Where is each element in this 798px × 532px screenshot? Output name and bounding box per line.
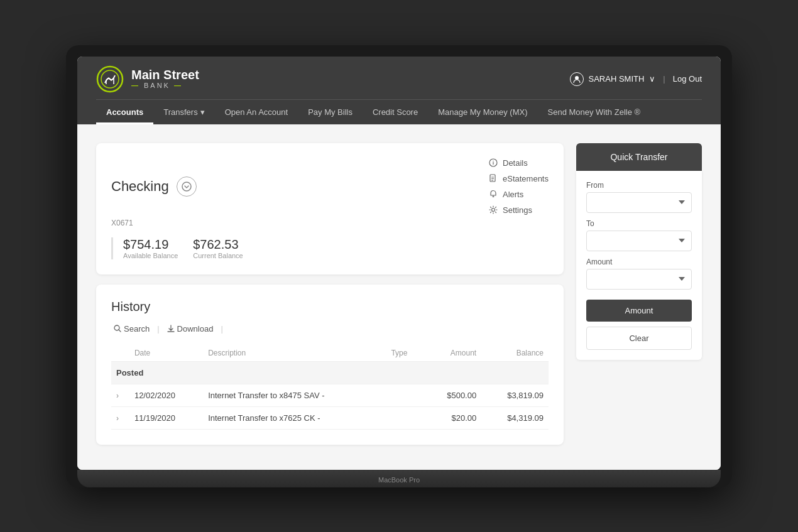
table-row: › 12/02/2020 Internet Transfer to x8475 … (111, 384, 549, 406)
nav-item-accounts[interactable]: Accounts (96, 100, 153, 124)
laptop-brand-label: MacBook Pro (378, 476, 420, 484)
logo-area: Main Street — BANK — (96, 65, 199, 93)
amount-select[interactable] (586, 269, 692, 290)
settings-link[interactable]: Settings (489, 205, 532, 215)
svg-point-6 (493, 161, 493, 161)
svg-line-14 (119, 330, 121, 332)
quick-transfer-panel: Quick Transfer From To Amount Amount (576, 143, 702, 445)
circle-info-icon (489, 158, 498, 167)
history-title: History (111, 300, 549, 314)
posted-section-header: Posted (111, 361, 549, 384)
account-id: X0671 (111, 219, 549, 227)
user-area: SARAH SMITH ∨ | Log Out (570, 72, 702, 86)
details-link[interactable]: Details (489, 158, 528, 168)
from-label: From (586, 181, 692, 190)
logout-button[interactable]: Log Out (673, 74, 702, 84)
row-expand-1[interactable]: › (116, 391, 119, 400)
left-panel: Checking (96, 143, 564, 445)
logo-text: Main Street — BANK — (131, 68, 199, 89)
nav-item-transfers[interactable]: Transfers ▾ (153, 100, 214, 124)
svg-point-3 (182, 182, 191, 191)
balances: $754.19 Available Balance $762.53 Curren… (111, 237, 243, 259)
download-icon (167, 325, 175, 332)
history-card: History Search | (96, 285, 564, 445)
user-icon (570, 72, 584, 86)
quick-transfer-body: From To Amount Amount Clear (576, 171, 702, 360)
download-button[interactable]: Download (165, 323, 216, 335)
nav-item-pay-bills[interactable]: Pay My Bills (298, 100, 363, 124)
available-balance-amount: $754.19 (123, 237, 178, 252)
amount-button[interactable]: Amount (586, 300, 692, 322)
nav-item-open-account[interactable]: Open An Account (215, 100, 298, 124)
main-content: Checking (77, 124, 721, 470)
account-name: Checking (111, 178, 169, 195)
search-icon (114, 325, 121, 332)
svg-point-12 (492, 209, 495, 212)
current-balance: $762.53 Current Balance (193, 237, 243, 259)
laptop-base: MacBook Pro (77, 470, 721, 487)
to-select[interactable] (586, 231, 692, 251)
gear-icon (489, 205, 498, 214)
brand-name-line1: Main Street (131, 68, 199, 82)
account-expand-button[interactable] (177, 176, 197, 197)
account-card: Checking (96, 143, 564, 274)
history-toolbar: Search | Download | (111, 323, 549, 335)
logo-icon (96, 65, 124, 93)
nav-item-manage-money[interactable]: Manage My Money (MX) (428, 100, 537, 124)
row-expand-2[interactable]: › (116, 414, 119, 423)
screen: Main Street — BANK — (77, 57, 721, 470)
available-balance: $754.19 Available Balance (123, 237, 178, 259)
nav-item-zelle[interactable]: Send Money With Zelle ® (538, 100, 651, 124)
navbar: Main Street — BANK — (77, 57, 721, 124)
laptop-frame: Main Street — BANK — (66, 45, 732, 487)
current-balance-label: Current Balance (193, 252, 243, 259)
search-button[interactable]: Search (111, 323, 152, 335)
from-select[interactable] (586, 192, 692, 213)
brand-name-line2: BANK (144, 82, 170, 89)
user-name: SARAH SMITH (589, 74, 645, 84)
clear-button[interactable]: Clear (586, 327, 692, 350)
file-icon (489, 174, 498, 183)
bell-icon (489, 190, 498, 198)
available-balance-label: Available Balance (123, 252, 178, 259)
svg-point-2 (575, 76, 579, 80)
table-row: › 11/19/2020 Internet Transfer to x7625 … (111, 406, 549, 429)
nav-item-credit-score[interactable]: Credit Score (363, 100, 428, 124)
quick-transfer-title: Quick Transfer (576, 143, 702, 171)
current-balance-amount: $762.53 (193, 237, 243, 252)
history-table: Date Description Type Amount Balance Pos… (111, 345, 549, 430)
estatements-link[interactable]: eStatements (489, 174, 549, 183)
main-nav: Accounts Transfers ▾ Open An Account Pay… (96, 99, 702, 124)
alerts-link[interactable]: Alerts (489, 190, 523, 199)
to-label: To (586, 219, 692, 228)
amount-label: Amount (586, 258, 692, 266)
account-actions: Details eStatements (489, 158, 549, 215)
